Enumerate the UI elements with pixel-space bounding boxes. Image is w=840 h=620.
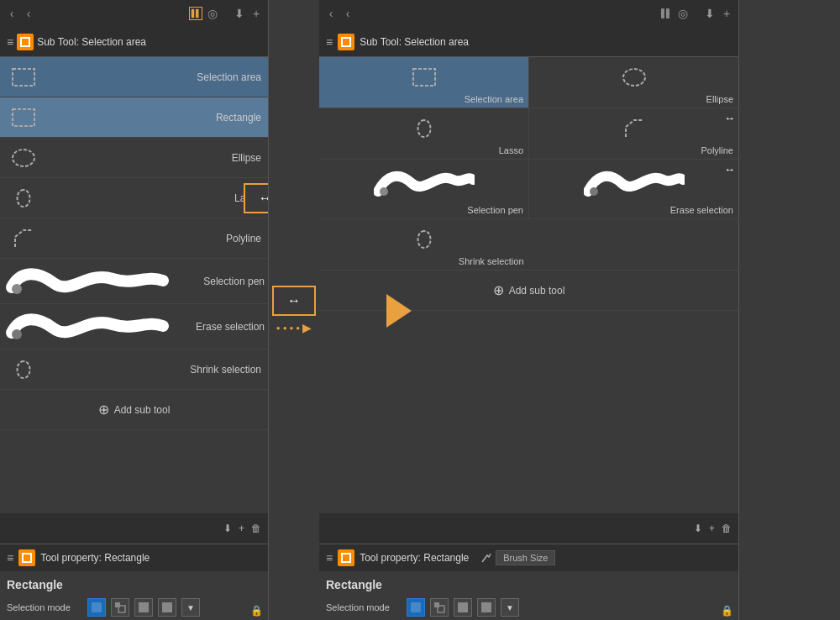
download-icon[interactable]: ⬇ <box>223 523 232 534</box>
right-selection-area[interactable]: Selection area <box>319 57 529 108</box>
svg-marker-12 <box>386 294 412 328</box>
right-mode-dropdown[interactable]: ▼ <box>501 598 519 617</box>
left-top-bar: ‹ ‹ ◎ ⬇ + <box>0 0 268 27</box>
add-icon-bottom[interactable]: + <box>239 523 244 534</box>
grid-icon[interactable] <box>189 7 202 20</box>
trash-icon[interactable]: 🗑 <box>251 523 261 534</box>
mode-btn-add[interactable] <box>111 598 129 617</box>
svg-rect-2 <box>13 69 34 86</box>
selection-mode-row: Selection mode <box>7 598 261 617</box>
add-sub-tool-button[interactable]: ⊕ Add sub tool <box>0 390 268 430</box>
left-panel: ‹ ‹ ◎ ⬇ + ≡ Sub Tool: Selection area <box>0 0 269 620</box>
mode-btn-subtract[interactable] <box>134 598 153 617</box>
svg-point-4 <box>13 150 34 166</box>
tool-item-ellipse[interactable]: Ellipse <box>0 138 268 178</box>
left-bottom-icons: ⬇ + 🗑 <box>0 513 268 544</box>
brush-size-tab[interactable]: Brush Size <box>496 550 555 565</box>
right-import-icon[interactable]: ⬇ <box>703 7 717 20</box>
svg-rect-0 <box>192 9 195 18</box>
right-mode-btn-replace[interactable] <box>407 598 425 617</box>
right-menu-icon2[interactable]: ≡ <box>326 551 333 565</box>
tool-item-selection-area[interactable]: Selection area <box>0 57 268 97</box>
right-row1: Selection area Ellipse <box>319 57 738 108</box>
mode-btn-intersect[interactable] <box>158 598 176 617</box>
menu-icon[interactable]: ≡ <box>7 35 13 49</box>
right-row4: Shrink selection <box>319 219 738 271</box>
tool-item-polyline[interactable]: Polyline <box>0 218 268 259</box>
tool-item-rectangle[interactable]: Rectangle <box>0 97 268 138</box>
arrow-area: ↔ ● ● ● ● ▶ <box>269 0 319 620</box>
dotted-arrow: ● ● ● ● ▶ <box>276 321 312 334</box>
svg-rect-22 <box>458 602 468 612</box>
tool-item-shrink-selection[interactable]: Shrink selection <box>0 349 268 390</box>
right-circle-icon[interactable]: ◎ <box>676 7 690 20</box>
right-trash-icon[interactable]: 🗑 <box>722 523 732 534</box>
right-selection-area-icon <box>324 60 523 94</box>
ellipse-label: Ellipse <box>44 152 261 164</box>
mode-btn-replace[interactable] <box>87 598 106 617</box>
left-sub-tool-header: ≡ Sub Tool: Selection area <box>0 27 268 57</box>
selection-mode-label: Selection mode <box>7 602 82 612</box>
right-selection-mode-row: Selection mode <box>326 598 732 617</box>
selection-pen-label: Selection pen <box>171 276 265 287</box>
rectangle-label: Rectangle <box>44 112 261 123</box>
right-shrink-label: Shrink selection <box>324 256 524 266</box>
chevron-icon[interactable]: ‹ <box>22 7 35 20</box>
right-mode-btn-intersect[interactable] <box>477 598 496 617</box>
right-lasso-icon <box>324 112 523 145</box>
property-header-label: Tool property: Rectangle <box>40 552 150 564</box>
mode-dropdown[interactable]: ▼ <box>181 598 200 617</box>
back-icon[interactable]: ‹ <box>5 7 18 20</box>
circle-icon[interactable]: ◎ <box>206 7 219 20</box>
right-shrink-selection[interactable]: Shrink selection <box>319 219 529 270</box>
brush-icon <box>480 552 492 564</box>
right-download-icon[interactable]: ⬇ <box>694 523 702 534</box>
empty-space <box>739 0 840 620</box>
right-back-icon[interactable]: ‹ <box>324 7 338 20</box>
right-menu-icon[interactable]: ≡ <box>326 35 333 49</box>
left-property-header: ≡ Tool property: Rectangle <box>0 544 268 571</box>
svg-rect-3 <box>13 109 34 126</box>
tool-item-lasso[interactable]: Lasso ↔ ● ● ● ● ▶ <box>0 178 268 218</box>
right-mode-btn-add[interactable] <box>430 598 449 617</box>
svg-point-16 <box>623 69 645 86</box>
tool-item-erase-selection[interactable]: Erase selection <box>0 304 268 349</box>
left-tool-property: ≡ Tool property: Rectangle Rectangle Sel… <box>0 544 268 620</box>
right-selection-pen[interactable]: Selection pen <box>319 160 529 218</box>
right-property-title: Rectangle <box>326 578 732 591</box>
import-icon[interactable]: ⬇ <box>233 7 246 20</box>
menu-icon2[interactable]: ≡ <box>7 551 13 565</box>
left-property-content: Rectangle Selection mode <box>0 571 268 620</box>
right-add-icon[interactable]: + <box>720 7 733 20</box>
right-lasso[interactable]: Lasso <box>319 108 529 159</box>
erase-selection-brush-icon <box>3 307 171 346</box>
right-add-sub-tool-label: Add sub tool <box>509 285 565 297</box>
center-double-arrow: ↔ <box>272 286 316 316</box>
right-add-icon-bottom[interactable]: + <box>709 523 715 534</box>
right-ellipse[interactable]: Ellipse <box>529 57 738 108</box>
right-add-sub-tool[interactable]: ⊕ Add sub tool <box>319 271 738 311</box>
right-shrink-icon <box>324 223 524 256</box>
ellipse-icon <box>7 139 40 177</box>
add-sub-tool-label: Add sub tool <box>114 404 171 416</box>
left-tool-list: Selection area Rectangle Ellipse <box>0 57 268 513</box>
right-mode-btn-subtract[interactable] <box>454 598 472 617</box>
tool-item-selection-pen[interactable]: Selection pen <box>0 259 268 304</box>
right-grid-icon[interactable] <box>659 7 673 20</box>
right-erase-selection-label: Erase selection <box>534 205 733 215</box>
lock-icon: 🔒 <box>250 605 263 617</box>
svg-point-17 <box>380 187 388 196</box>
right-erase-selection[interactable]: Erase selection ↔ <box>529 160 738 218</box>
right-polyline-label: Polyline <box>534 145 733 155</box>
svg-rect-23 <box>481 602 491 612</box>
right-property-tool-icon <box>338 549 354 566</box>
right-ellipse-icon <box>534 60 733 94</box>
right-sub-tool-header: ≡ Sub Tool: Selection area <box>319 27 738 57</box>
big-orange-arrow <box>386 294 412 330</box>
right-property-content: Rectangle Selection mode <box>319 571 738 620</box>
shrink-selection-label: Shrink selection <box>44 364 261 376</box>
lasso-icon <box>7 179 40 218</box>
right-chevron-icon[interactable]: ‹ <box>341 7 354 20</box>
right-polyline[interactable]: Polyline ↔ <box>529 108 738 159</box>
add-icon[interactable]: + <box>249 7 263 20</box>
